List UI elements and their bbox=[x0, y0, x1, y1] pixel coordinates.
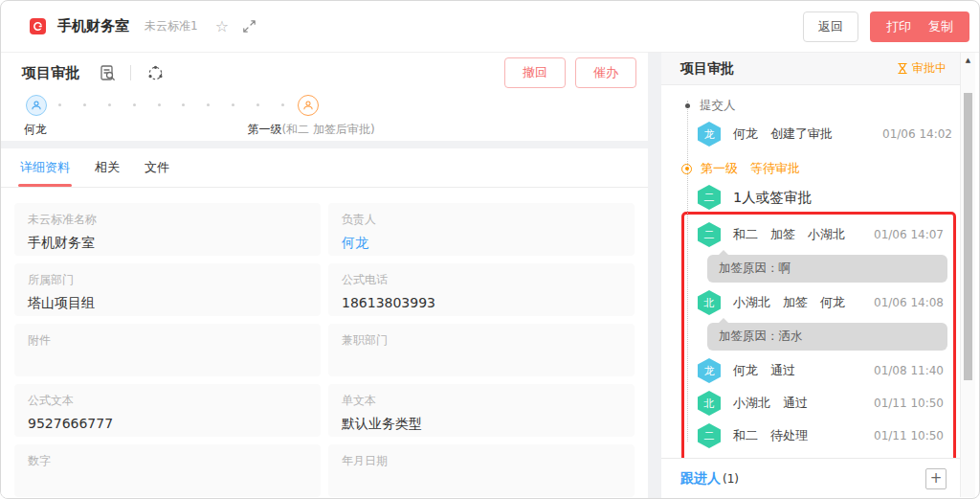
approval-entry: 二和二加签小湖北01/06 14:07 bbox=[684, 222, 953, 247]
entry-text: 小湖北 bbox=[733, 395, 770, 412]
user-hexagon-avatar: 二 bbox=[698, 423, 721, 448]
detail-pane: 项目审批 撤回 催办 何龙 第一级(和二 加签后审批) bbox=[1, 53, 648, 498]
sign-reason-bubble: 加签原因：洒水 bbox=[707, 323, 947, 351]
field-card: 单文本默认业务类型 bbox=[328, 384, 635, 437]
pane-divider bbox=[648, 53, 661, 498]
flow-graph-icon[interactable] bbox=[146, 64, 165, 82]
submitter-label: 提交人 bbox=[700, 98, 736, 114]
vertical-scrollbar[interactable]: ▲ bbox=[960, 53, 975, 497]
scrollbar-up-arrow[interactable]: ▲ bbox=[961, 53, 975, 68]
stage-name: 第一级 bbox=[701, 160, 738, 177]
entry-text: 待处理 bbox=[770, 427, 808, 444]
group-label: 1人或签审批 bbox=[733, 189, 812, 207]
tab-3[interactable]: 文件 bbox=[145, 148, 169, 187]
user-hexagon-avatar: 龙 bbox=[698, 122, 721, 147]
withdraw-button[interactable]: 撤回 bbox=[504, 57, 566, 88]
urge-button[interactable]: 催办 bbox=[575, 57, 636, 88]
field-label: 负责人 bbox=[342, 212, 621, 228]
approval-toolbar: 项目审批 撤回 催办 bbox=[1, 53, 648, 93]
field-card: 兼职部门 bbox=[328, 324, 635, 376]
entry-text: 何龙 bbox=[733, 362, 758, 379]
approval-panel-title: 项目审批 bbox=[680, 60, 734, 78]
entry-text: 和二 bbox=[733, 226, 758, 243]
field-value: 9527666777 bbox=[28, 416, 307, 431]
entry-text: 何龙 bbox=[820, 294, 845, 311]
flow-stage-name: 第一级 bbox=[247, 123, 281, 136]
entry-time: 01/06 14:08 bbox=[874, 296, 944, 309]
user-hexagon-avatar: 二 bbox=[698, 222, 721, 247]
current-stage-avatar-icon[interactable] bbox=[298, 95, 319, 116]
followers-count: (1) bbox=[723, 472, 739, 486]
stage-status: 等待审批 bbox=[750, 160, 800, 177]
field-label: 所属部门 bbox=[28, 272, 307, 288]
approval-entry: 二和二待处理01/11 10:50 bbox=[684, 423, 953, 448]
copy-button[interactable]: 复制 bbox=[928, 18, 953, 35]
stage-row: 第一级等待审批 bbox=[661, 160, 960, 177]
field-value: 手机财务室 bbox=[28, 235, 307, 252]
field-label: 附件 bbox=[28, 332, 307, 349]
field-card: 公式文本9527666777 bbox=[14, 384, 321, 437]
field-card: 附件 bbox=[14, 324, 321, 376]
field-label: 公式电话 bbox=[342, 272, 621, 288]
field-label: 公式文本 bbox=[28, 393, 307, 409]
top-bar: 手机财务室 未云标准1 ☆ 返回 打印 复制 bbox=[1, 1, 979, 53]
scrollbar-thumb[interactable] bbox=[964, 93, 972, 380]
print-button[interactable]: 打印 bbox=[886, 18, 911, 35]
submitter-row: 提交人 bbox=[661, 97, 960, 114]
entry-text: 和二 bbox=[733, 427, 758, 444]
field-label: 未云标准名称 bbox=[28, 212, 307, 228]
flow-start-name: 何龙 bbox=[24, 122, 47, 138]
entry-text: 加签 bbox=[783, 294, 808, 311]
entry-text: 加签 bbox=[770, 226, 795, 243]
entry-time: 01/06 14:07 bbox=[874, 228, 944, 241]
approval-entry: 北小湖北通过01/11 10:50 bbox=[684, 391, 953, 416]
entry-time: 01/11 10:50 bbox=[874, 397, 944, 410]
field-value: 默认业务类型 bbox=[342, 416, 621, 433]
entry-text: 创建了审批 bbox=[770, 125, 833, 143]
annotation-red-box: 二和二加签小湖北01/06 14:07加签原因：啊北小湖北加签何龙01/06 1… bbox=[681, 212, 956, 458]
group-hexagon-avatar: 二 bbox=[698, 185, 721, 210]
collapse-arrows-icon[interactable] bbox=[242, 19, 256, 34]
back-button[interactable]: 返回 bbox=[803, 11, 858, 42]
user-hexagon-avatar: 龙 bbox=[698, 358, 721, 383]
field-card: 公式电话18613803993 bbox=[328, 263, 635, 316]
field-value: 塔山项目组 bbox=[28, 295, 307, 312]
field-value[interactable]: 何龙 bbox=[342, 235, 621, 252]
approval-entry: 龙何龙创建了审批01/06 14:02 bbox=[661, 122, 960, 147]
approval-record-search-icon[interactable] bbox=[99, 64, 117, 82]
approval-group-row: 二1人或签审批 bbox=[661, 185, 960, 210]
entry-time: 01/08 11:40 bbox=[874, 364, 944, 377]
field-label: 单文本 bbox=[342, 393, 621, 409]
stage-bullet-icon bbox=[681, 164, 692, 174]
tab-2[interactable]: 相关 bbox=[95, 148, 120, 187]
section-separator bbox=[1, 141, 648, 148]
approval-panel-header: 项目审批 审批中 bbox=[661, 53, 960, 85]
approval-flow-strip: 何龙 第一级(和二 加签后审批) bbox=[1, 93, 648, 141]
flow-stage-note: (和二 加签后审批) bbox=[281, 123, 374, 136]
bullet-dot-icon bbox=[685, 103, 690, 108]
app-window: 手机财务室 未云标准1 ☆ 返回 打印 复制 项目审批 撤回 催办 bbox=[0, 0, 980, 499]
approval-entry: 北小湖北加签何龙01/06 14:08 bbox=[684, 290, 953, 315]
record-subtitle: 未云标准1 bbox=[145, 18, 198, 34]
toolbar-divider bbox=[130, 65, 131, 80]
field-label: 兼职部门 bbox=[342, 332, 621, 349]
user-hexagon-avatar: 北 bbox=[698, 391, 721, 416]
record-title: 手机财务室 bbox=[57, 17, 129, 35]
entry-text: 何龙 bbox=[733, 125, 758, 143]
tab-1[interactable]: 详细资料 bbox=[20, 148, 70, 187]
followers-section: 跟进人 (1) + bbox=[661, 458, 960, 498]
submitter-avatar-icon[interactable] bbox=[26, 95, 47, 116]
entry-time: 01/11 10:50 bbox=[874, 429, 944, 442]
flow-stage-label: 第一级(和二 加签后审批) bbox=[227, 122, 395, 138]
followers-label: 跟进人 bbox=[680, 470, 721, 488]
approval-section-title: 项目审批 bbox=[22, 64, 79, 82]
field-card: 年月日期 bbox=[328, 444, 635, 497]
favorite-star-icon[interactable]: ☆ bbox=[215, 19, 229, 34]
approval-status-badge: 审批中 bbox=[898, 60, 947, 77]
field-card: 数字 bbox=[14, 444, 321, 497]
add-follower-button[interactable]: + bbox=[925, 468, 947, 489]
entry-text: 通过 bbox=[783, 395, 808, 412]
print-copy-button-group: 打印 复制 bbox=[870, 11, 969, 42]
hourglass-icon bbox=[898, 62, 907, 75]
app-logo-icon bbox=[30, 18, 46, 34]
